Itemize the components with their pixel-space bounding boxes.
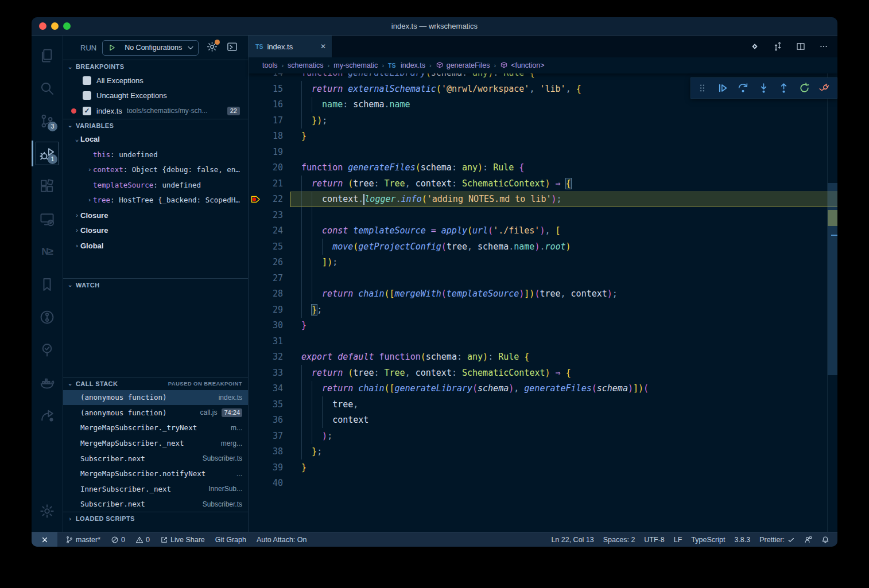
watch-header[interactable]: ⌄ WATCH <box>63 279 248 291</box>
scrollbar-thumb[interactable] <box>828 183 837 375</box>
call-stack-frame[interactable]: MergeMapSubscriber._nextmerg... <box>63 435 248 451</box>
call-stack-frame[interactable]: (anonymous function)call.js74:24 <box>63 405 248 420</box>
code-line-24[interactable]: 24const templateSource = apply(url('./fi… <box>249 223 837 239</box>
status-errors[interactable]: 0 <box>111 536 125 544</box>
disconnect-button[interactable] <box>819 83 830 94</box>
code-line-23[interactable]: 23 <box>249 207 837 223</box>
breadcrumb-item[interactable]: my-schematic <box>333 61 378 69</box>
breakpoint-gutter[interactable] <box>249 396 263 412</box>
call-stack-frame[interactable]: MergeMapSubscriber.notifyNext... <box>63 466 248 481</box>
breadcrumb-item[interactable]: tools <box>262 61 277 69</box>
activity-search[interactable] <box>33 72 61 104</box>
code-line-19[interactable]: 19 <box>249 144 837 160</box>
activity-git-history[interactable] <box>33 301 61 333</box>
checkbox[interactable]: ✓ <box>83 107 91 115</box>
activity-settings[interactable] <box>33 494 61 527</box>
breakpoint-gutter[interactable] <box>249 286 263 302</box>
code-line-21[interactable]: 21return (tree: Tree, context: Schematic… <box>249 176 837 192</box>
status-language-mode[interactable]: TypeScript <box>691 536 725 544</box>
activity-run-and-debug[interactable]: 1 <box>33 137 61 170</box>
debug-console-button[interactable] <box>227 41 238 54</box>
breadcrumb-item[interactable]: schematics <box>288 61 324 69</box>
breakpoint-gutter[interactable] <box>249 365 263 381</box>
call-stack-frame[interactable]: InnerSubscriber._nextInnerSub... <box>63 481 248 497</box>
activity-source-control[interactable]: 3 <box>33 104 61 137</box>
variable-row[interactable]: ›Closure <box>63 208 248 223</box>
code-line-33[interactable]: 33return (tree: Tree, context: Schematic… <box>249 365 837 381</box>
status-feedback[interactable] <box>804 536 812 544</box>
step-out-button[interactable] <box>778 83 789 94</box>
status-indentation[interactable]: Spaces: 2 <box>603 536 635 544</box>
activity-bookmarks[interactable] <box>33 268 61 301</box>
status-prettier[interactable]: Prettier: <box>759 536 795 544</box>
configure-gear-button[interactable] <box>207 41 218 54</box>
breakpoint-gutter[interactable] <box>249 333 263 349</box>
call-stack-frame[interactable]: Subscriber.nextSubscriber.ts <box>63 497 248 512</box>
code-line-22[interactable]: 22context.logger.info('adding NOTES.md t… <box>249 192 837 208</box>
breakpoint-gutter[interactable] <box>249 349 263 365</box>
status-encoding[interactable]: UTF-8 <box>644 536 664 544</box>
breakpoint-gutter[interactable] <box>249 192 263 208</box>
code-line-40[interactable]: 40 <box>249 476 837 492</box>
code-line-39[interactable]: 39} <box>249 460 837 476</box>
step-into-button[interactable] <box>758 83 769 94</box>
variable-row[interactable]: this: undefined <box>63 147 248 162</box>
breadcrumb-item[interactable]: generateFiles <box>436 61 490 69</box>
status-notifications[interactable] <box>821 536 829 544</box>
code-line-30[interactable]: 30} <box>249 318 837 334</box>
breakpoint-gutter[interactable] <box>249 97 263 113</box>
activity-remote-explorer[interactable] <box>33 203 61 235</box>
start-debugging-icon[interactable] <box>107 43 117 52</box>
breakpoint-gutter[interactable] <box>249 160 263 176</box>
run-or-debug-icon[interactable] <box>750 42 759 51</box>
launch-configuration-dropdown[interactable]: No Configurations <box>102 40 199 56</box>
breakpoint-gutter[interactable] <box>249 223 263 239</box>
activity-docker[interactable] <box>33 366 61 399</box>
activity-extensions[interactable] <box>33 170 61 203</box>
code-line-25[interactable]: 25move(getProjectConfig(tree, schema.nam… <box>249 239 837 255</box>
breakpoint-gutter[interactable] <box>249 81 263 97</box>
checkbox[interactable] <box>83 76 91 85</box>
activity-test-explorer[interactable] <box>33 333 61 366</box>
status-cursor-position[interactable]: Ln 22, Col 13 <box>551 536 593 544</box>
drag-handle-button[interactable] <box>697 83 708 94</box>
variable-row[interactable]: ›tree: HostTree {_backend: ScopedH… <box>63 193 248 208</box>
variable-row[interactable]: ⌄Local <box>63 132 248 147</box>
code-line-26[interactable]: 26]); <box>249 255 837 271</box>
status-ts-version[interactable]: 3.8.3 <box>734 536 750 544</box>
breakpoint-gutter[interactable] <box>249 302 263 318</box>
activity-nx-console[interactable]: N≥ <box>33 235 61 268</box>
breakpoint-gutter[interactable] <box>249 412 263 429</box>
checkbox[interactable] <box>83 91 91 100</box>
code-line-31[interactable]: 31 <box>249 333 837 349</box>
code-line-38[interactable]: 38}; <box>249 444 837 460</box>
status-eol[interactable]: LF <box>674 536 682 544</box>
breadcrumb-item[interactable]: <function> <box>500 61 544 69</box>
variable-row[interactable]: ›Global <box>63 238 248 254</box>
code-line-32[interactable]: 32export default function(schema: any): … <box>249 349 837 365</box>
status-warnings[interactable]: 0 <box>135 536 150 544</box>
breakpoint-row[interactable]: All Exceptions <box>63 73 248 88</box>
continue-button[interactable] <box>717 83 728 94</box>
split-editor-icon[interactable] <box>796 42 805 51</box>
breadcrumb-item[interactable]: TS index.ts <box>388 61 425 69</box>
breakpoints-header[interactable]: ⌄ BREAKPOINTS <box>63 60 248 73</box>
code-line-28[interactable]: 28return chain([mergeWith(templateSource… <box>249 286 837 302</box>
breakpoint-gutter[interactable] <box>249 444 263 460</box>
breakpoint-gutter[interactable] <box>249 460 263 476</box>
code-line-29[interactable]: 29}; <box>249 302 837 318</box>
code-line-37[interactable]: 37); <box>249 428 837 444</box>
code-line-34[interactable]: 34return chain([generateLibrary(schema),… <box>249 381 837 397</box>
breakpoint-gutter[interactable] <box>249 176 263 192</box>
variable-row[interactable]: templateSource: undefined <box>63 177 248 193</box>
call-stack-frame[interactable]: Subscriber.nextSubscriber.ts <box>63 451 248 466</box>
restart-button[interactable] <box>799 83 810 94</box>
loaded-scripts-header[interactable]: › LOADED SCRIPTS <box>63 512 248 525</box>
activity-live-share[interactable] <box>33 399 61 431</box>
breakpoint-gutter[interactable] <box>249 239 263 255</box>
status-git-graph[interactable]: Git Graph <box>215 536 246 544</box>
code-line-36[interactable]: 36context <box>249 412 837 429</box>
breakpoint-row[interactable]: Uncaught Exceptions <box>63 88 248 104</box>
breakpoint-gutter[interactable] <box>249 428 263 444</box>
code-line-20[interactable]: 20function generateFiles(schema: any): R… <box>249 160 837 176</box>
